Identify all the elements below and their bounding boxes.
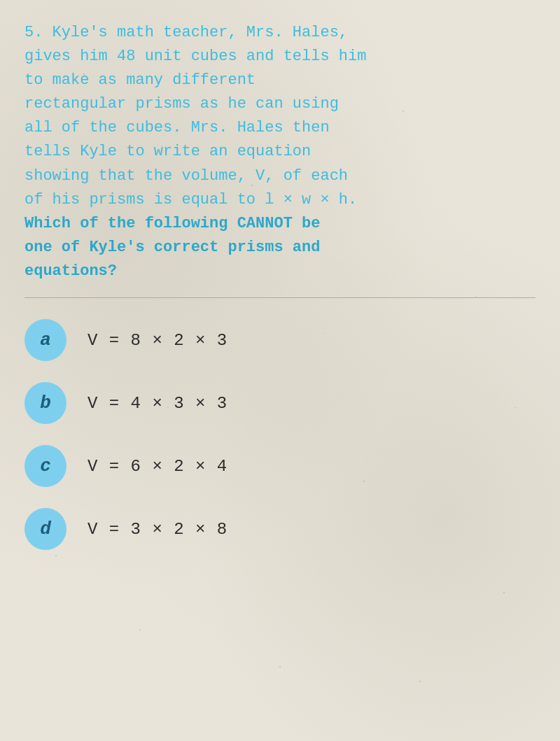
question-text: 5. Kyle's math teacher, Mrs. Hales, give… (24, 21, 536, 283)
option-d[interactable]: d V = 3 × 2 × 8 (24, 508, 536, 550)
option-a-letter: a (40, 330, 51, 351)
option-b[interactable]: b V = 4 × 3 × 3 (24, 382, 536, 424)
option-c-circle[interactable]: c (24, 445, 66, 487)
option-d-circle[interactable]: d (24, 508, 66, 550)
section-divider (24, 297, 536, 298)
option-b-circle[interactable]: b (24, 382, 66, 424)
option-a-equation: V = 8 × 2 × 3 (88, 331, 227, 350)
option-d-equation: V = 3 × 2 × 8 (88, 520, 227, 539)
option-d-letter: d (40, 518, 51, 539)
option-c-equation: V = 6 × 2 × 4 (88, 457, 227, 476)
option-b-letter: b (40, 393, 51, 414)
page-container: 5. Kyle's math teacher, Mrs. Hales, give… (0, 0, 560, 599)
option-a-circle[interactable]: a (24, 319, 66, 361)
option-a[interactable]: a V = 8 × 2 × 3 (24, 319, 536, 361)
option-c-letter: c (40, 456, 51, 477)
option-c[interactable]: c V = 6 × 2 × 4 (24, 445, 536, 487)
option-b-equation: V = 4 × 3 × 3 (88, 394, 227, 413)
bold-question: Which of the following CANNOT be one of … (24, 215, 320, 280)
